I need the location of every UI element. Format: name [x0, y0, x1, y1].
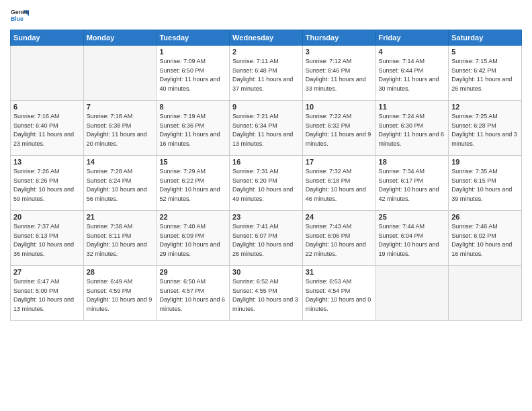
day-cell: 1Sunrise: 7:09 AM Sunset: 6:50 PM Daylig…	[157, 46, 230, 101]
col-header-friday: Friday	[375, 30, 449, 46]
day-cell: 28Sunrise: 6:49 AM Sunset: 4:59 PM Dayli…	[83, 266, 157, 321]
week-row-3: 13Sunrise: 7:26 AM Sunset: 6:26 PM Dayli…	[11, 156, 522, 211]
day-cell: 12Sunrise: 7:25 AM Sunset: 6:28 PM Dayli…	[449, 101, 522, 156]
logo-icon: General Blue	[10, 7, 29, 26]
svg-text:Blue: Blue	[11, 15, 24, 22]
week-row-5: 27Sunrise: 6:47 AM Sunset: 5:00 PM Dayli…	[11, 266, 522, 321]
day-info: Sunrise: 7:21 AM Sunset: 6:34 PM Dayligh…	[232, 112, 300, 148]
day-cell: 27Sunrise: 6:47 AM Sunset: 5:00 PM Dayli…	[11, 266, 84, 321]
logo: General Blue	[10, 7, 29, 26]
col-header-thursday: Thursday	[302, 30, 375, 46]
header-row: SundayMondayTuesdayWednesdayThursdayFrid…	[11, 30, 522, 46]
day-number: 24	[306, 213, 373, 221]
day-cell: 29Sunrise: 6:50 AM Sunset: 4:57 PM Dayli…	[157, 266, 230, 321]
day-number: 5	[451, 48, 519, 56]
day-cell: 13Sunrise: 7:26 AM Sunset: 6:26 PM Dayli…	[11, 156, 84, 211]
day-cell	[375, 266, 449, 321]
day-cell: 31Sunrise: 6:53 AM Sunset: 4:54 PM Dayli…	[302, 266, 375, 321]
day-info: Sunrise: 7:25 AM Sunset: 6:28 PM Dayligh…	[451, 112, 519, 148]
day-info: Sunrise: 7:41 AM Sunset: 6:07 PM Dayligh…	[232, 222, 300, 259]
day-number: 3	[306, 48, 373, 56]
day-info: Sunrise: 7:34 AM Sunset: 6:17 PM Dayligh…	[379, 167, 446, 203]
day-number: 10	[306, 103, 373, 111]
day-info: Sunrise: 7:24 AM Sunset: 6:30 PM Dayligh…	[379, 112, 446, 148]
day-number: 26	[451, 213, 519, 221]
week-row-1: 1Sunrise: 7:09 AM Sunset: 6:50 PM Daylig…	[11, 46, 522, 101]
day-cell: 6Sunrise: 7:16 AM Sunset: 6:40 PM Daylig…	[11, 101, 84, 156]
col-header-tuesday: Tuesday	[157, 30, 230, 46]
day-cell: 10Sunrise: 7:22 AM Sunset: 6:32 PM Dayli…	[302, 101, 375, 156]
day-cell: 7Sunrise: 7:18 AM Sunset: 6:38 PM Daylig…	[83, 101, 157, 156]
day-info: Sunrise: 7:40 AM Sunset: 6:09 PM Dayligh…	[159, 222, 226, 259]
day-info: Sunrise: 6:50 AM Sunset: 4:57 PM Dayligh…	[159, 277, 226, 314]
col-header-wednesday: Wednesday	[230, 30, 303, 46]
day-info: Sunrise: 7:37 AM Sunset: 6:13 PM Dayligh…	[13, 222, 81, 259]
day-cell: 30Sunrise: 6:52 AM Sunset: 4:55 PM Dayli…	[230, 266, 303, 321]
day-cell: 23Sunrise: 7:41 AM Sunset: 6:07 PM Dayli…	[230, 211, 303, 266]
day-info: Sunrise: 7:18 AM Sunset: 6:38 PM Dayligh…	[87, 112, 154, 148]
day-info: Sunrise: 7:19 AM Sunset: 6:36 PM Dayligh…	[159, 112, 226, 148]
day-cell: 19Sunrise: 7:35 AM Sunset: 6:15 PM Dayli…	[449, 156, 522, 211]
day-info: Sunrise: 7:46 AM Sunset: 6:02 PM Dayligh…	[451, 222, 519, 259]
day-cell: 11Sunrise: 7:24 AM Sunset: 6:30 PM Dayli…	[375, 101, 449, 156]
col-header-sunday: Sunday	[11, 30, 84, 46]
day-number: 17	[306, 158, 373, 166]
day-info: Sunrise: 7:15 AM Sunset: 6:42 PM Dayligh…	[451, 57, 519, 93]
col-header-saturday: Saturday	[449, 30, 522, 46]
day-number: 23	[232, 213, 300, 221]
day-cell: 22Sunrise: 7:40 AM Sunset: 6:09 PM Dayli…	[157, 211, 230, 266]
day-number: 9	[232, 103, 300, 111]
calendar-table: SundayMondayTuesdayWednesdayThursdayFrid…	[10, 30, 522, 321]
day-number: 31	[306, 268, 373, 276]
day-number: 21	[87, 213, 154, 221]
day-number: 30	[232, 268, 300, 276]
day-cell: 2Sunrise: 7:11 AM Sunset: 6:48 PM Daylig…	[230, 46, 303, 101]
day-cell: 14Sunrise: 7:28 AM Sunset: 6:24 PM Dayli…	[83, 156, 157, 211]
day-cell: 4Sunrise: 7:14 AM Sunset: 6:44 PM Daylig…	[375, 46, 449, 101]
day-cell: 15Sunrise: 7:29 AM Sunset: 6:22 PM Dayli…	[157, 156, 230, 211]
day-number: 20	[13, 213, 81, 221]
day-info: Sunrise: 7:11 AM Sunset: 6:48 PM Dayligh…	[232, 57, 300, 93]
day-info: Sunrise: 6:47 AM Sunset: 5:00 PM Dayligh…	[13, 277, 81, 314]
day-cell	[449, 266, 522, 321]
day-info: Sunrise: 7:14 AM Sunset: 6:44 PM Dayligh…	[379, 57, 446, 93]
day-info: Sunrise: 7:28 AM Sunset: 6:24 PM Dayligh…	[87, 167, 154, 203]
day-info: Sunrise: 7:16 AM Sunset: 6:40 PM Dayligh…	[13, 112, 81, 148]
day-info: Sunrise: 7:32 AM Sunset: 6:18 PM Dayligh…	[306, 167, 373, 203]
day-number: 12	[451, 103, 519, 111]
day-cell: 5Sunrise: 7:15 AM Sunset: 6:42 PM Daylig…	[449, 46, 522, 101]
day-info: Sunrise: 7:31 AM Sunset: 6:20 PM Dayligh…	[232, 167, 300, 203]
day-info: Sunrise: 7:09 AM Sunset: 6:50 PM Dayligh…	[159, 57, 226, 93]
day-cell	[11, 46, 84, 101]
day-number: 7	[87, 103, 154, 111]
day-cell: 21Sunrise: 7:38 AM Sunset: 6:11 PM Dayli…	[83, 211, 157, 266]
day-number: 1	[159, 48, 226, 56]
day-number: 2	[232, 48, 300, 56]
day-cell	[83, 46, 157, 101]
day-cell: 9Sunrise: 7:21 AM Sunset: 6:34 PM Daylig…	[230, 101, 303, 156]
day-info: Sunrise: 7:22 AM Sunset: 6:32 PM Dayligh…	[306, 112, 373, 148]
day-number: 19	[451, 158, 519, 166]
week-row-4: 20Sunrise: 7:37 AM Sunset: 6:13 PM Dayli…	[11, 211, 522, 266]
day-number: 18	[379, 158, 446, 166]
col-header-monday: Monday	[83, 30, 157, 46]
day-number: 29	[159, 268, 226, 276]
day-info: Sunrise: 7:38 AM Sunset: 6:11 PM Dayligh…	[87, 222, 154, 259]
calendar-page: General Blue SundayMondayTuesdayWednesda…	[0, 0, 532, 411]
day-info: Sunrise: 6:53 AM Sunset: 4:54 PM Dayligh…	[306, 277, 373, 314]
day-number: 28	[87, 268, 154, 276]
day-number: 27	[13, 268, 81, 276]
day-cell: 25Sunrise: 7:44 AM Sunset: 6:04 PM Dayli…	[375, 211, 449, 266]
day-cell: 24Sunrise: 7:43 AM Sunset: 6:06 PM Dayli…	[302, 211, 375, 266]
day-cell: 8Sunrise: 7:19 AM Sunset: 6:36 PM Daylig…	[157, 101, 230, 156]
day-cell: 17Sunrise: 7:32 AM Sunset: 6:18 PM Dayli…	[302, 156, 375, 211]
header: General Blue	[10, 7, 522, 26]
day-number: 14	[87, 158, 154, 166]
day-info: Sunrise: 7:26 AM Sunset: 6:26 PM Dayligh…	[13, 167, 81, 203]
week-row-2: 6Sunrise: 7:16 AM Sunset: 6:40 PM Daylig…	[11, 101, 522, 156]
day-info: Sunrise: 7:12 AM Sunset: 6:46 PM Dayligh…	[306, 57, 373, 93]
day-info: Sunrise: 6:52 AM Sunset: 4:55 PM Dayligh…	[232, 277, 300, 314]
day-cell: 3Sunrise: 7:12 AM Sunset: 6:46 PM Daylig…	[302, 46, 375, 101]
day-info: Sunrise: 7:35 AM Sunset: 6:15 PM Dayligh…	[451, 167, 519, 203]
day-cell: 26Sunrise: 7:46 AM Sunset: 6:02 PM Dayli…	[449, 211, 522, 266]
